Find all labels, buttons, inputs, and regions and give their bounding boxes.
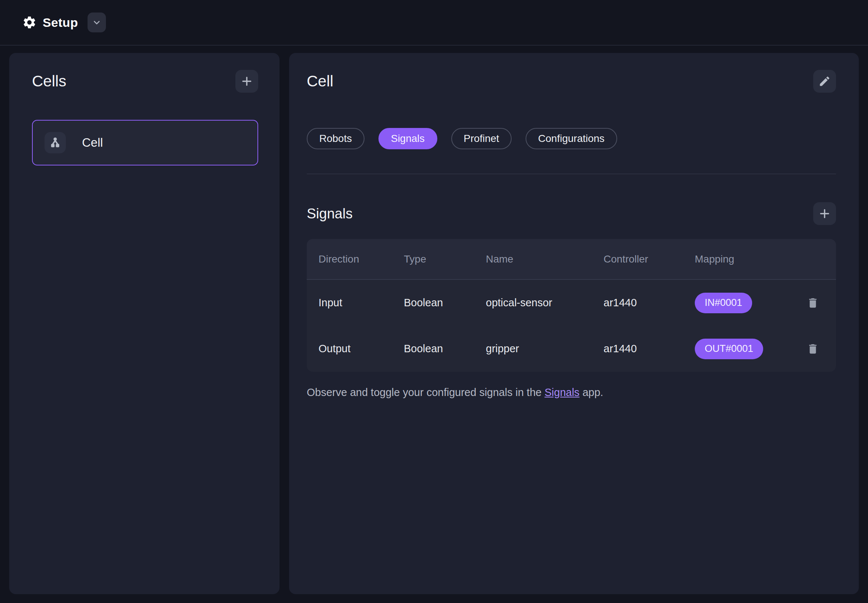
cell-name: gripper bbox=[486, 343, 603, 355]
trash-icon bbox=[806, 343, 819, 355]
signals-table: Direction Type Name Controller Mapping I… bbox=[307, 239, 836, 372]
cell-name: optical-sensor bbox=[486, 297, 603, 309]
edit-cell-button[interactable] bbox=[813, 70, 836, 93]
cell-direction: Input bbox=[319, 297, 404, 309]
cell-controller: ar1440 bbox=[603, 343, 695, 355]
cell-type: Boolean bbox=[404, 297, 486, 309]
signals-table-body: Input Boolean optical-sensor ar1440 IN#0… bbox=[307, 280, 836, 372]
plus-icon bbox=[241, 75, 253, 88]
signals-title: Signals bbox=[307, 206, 353, 222]
mapping-badge: IN#0001 bbox=[695, 293, 752, 313]
cell-item-label: Cell bbox=[82, 136, 103, 150]
cell-tabs: Robots Signals Profinet Configurations bbox=[307, 128, 836, 149]
table-row: Output Boolean gripper ar1440 OUT#0001 bbox=[307, 326, 836, 372]
trash-icon bbox=[806, 297, 819, 309]
add-signal-button[interactable] bbox=[813, 202, 836, 225]
app-title: Setup bbox=[43, 15, 78, 30]
tab-configurations[interactable]: Configurations bbox=[526, 128, 617, 149]
pencil-icon bbox=[818, 75, 831, 88]
signals-footnote: Observe and toggle your configured signa… bbox=[307, 387, 836, 399]
signals-table-header: Direction Type Name Controller Mapping bbox=[307, 239, 836, 280]
cell-type: Boolean bbox=[404, 343, 486, 355]
chevron-down-icon bbox=[92, 18, 102, 27]
tab-robots[interactable]: Robots bbox=[307, 128, 365, 149]
cell-list-item[interactable]: Cell bbox=[32, 120, 258, 165]
gear-icon bbox=[22, 15, 37, 30]
cells-panel: Cells Cell bbox=[9, 53, 280, 594]
mapping-badge: OUT#0001 bbox=[695, 339, 763, 359]
footnote-text: Observe and toggle your configured signa… bbox=[307, 387, 544, 398]
column-header-direction: Direction bbox=[319, 254, 404, 265]
column-header-controller: Controller bbox=[603, 254, 695, 265]
hierarchy-icon bbox=[45, 132, 66, 153]
table-row: Input Boolean optical-sensor ar1440 IN#0… bbox=[307, 280, 836, 326]
plus-icon bbox=[818, 207, 831, 220]
cell-controller: ar1440 bbox=[603, 297, 695, 309]
topbar: Setup bbox=[0, 0, 868, 46]
tab-profinet[interactable]: Profinet bbox=[451, 128, 512, 149]
app-switcher-button[interactable] bbox=[88, 12, 106, 32]
content: Cells Cell bbox=[0, 46, 868, 594]
delete-signal-button[interactable] bbox=[803, 293, 823, 313]
tab-signals[interactable]: Signals bbox=[379, 128, 437, 149]
cell-detail-title: Cell bbox=[307, 73, 333, 90]
footnote-text: app. bbox=[580, 387, 603, 398]
delete-signal-button[interactable] bbox=[803, 339, 823, 359]
cell-detail-panel: Cell Robots Signals Profinet Configurati… bbox=[289, 53, 859, 594]
cells-panel-header: Cells bbox=[32, 70, 258, 93]
column-header-type: Type bbox=[404, 254, 486, 265]
cells-title: Cells bbox=[32, 73, 66, 90]
column-header-mapping: Mapping bbox=[695, 254, 797, 265]
tabs-divider bbox=[307, 173, 836, 174]
add-cell-button[interactable] bbox=[235, 70, 258, 93]
cell-detail-header: Cell bbox=[307, 70, 836, 93]
signals-section-header: Signals bbox=[307, 202, 836, 225]
column-header-name: Name bbox=[486, 254, 603, 265]
app-root: Setup Cells bbox=[0, 0, 868, 594]
cell-direction: Output bbox=[319, 343, 404, 355]
signals-app-link[interactable]: Signals bbox=[544, 387, 579, 398]
